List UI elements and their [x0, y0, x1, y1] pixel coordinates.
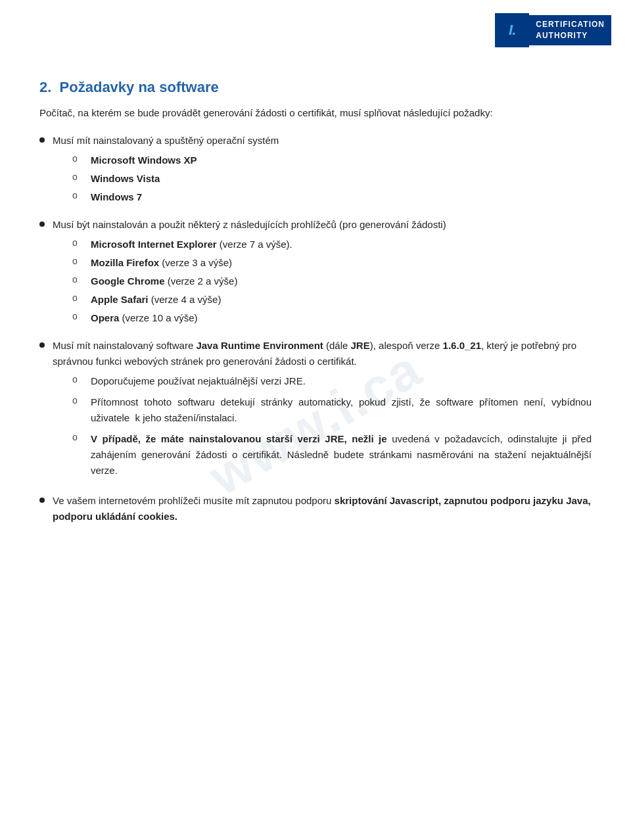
os-item-vista: o Windows Vista [53, 171, 592, 187]
jre-detect-text: Přítomnost tohoto softwaru detekují strá… [91, 394, 592, 426]
bullet-dot [39, 342, 45, 348]
os-7-text: Windows 7 [91, 189, 142, 205]
section-title: 2. Požadavky na software [39, 79, 592, 96]
bullet-dot [39, 137, 45, 143]
sub-label: o [72, 189, 84, 200]
browser-chrome: o Google Chrome (verze 2 a výše) [53, 273, 592, 289]
jre-sub-detect: o Přítomnost tohoto softwaru detekují st… [53, 394, 592, 426]
sub-label: o [72, 373, 84, 385]
intro-paragraph: Počítač, na kterém se bude provádět gene… [39, 105, 592, 121]
bullet-content-browsers: Musí být nainstalován a použit některý z… [53, 217, 592, 329]
logo-text: CERTIFICATION AUTHORITY [529, 15, 611, 45]
bullet-content-jre: Musí mít nainstalovaný software Java Run… [53, 338, 592, 484]
os-vista-text: Windows Vista [91, 171, 160, 187]
jre-sublist: o Doporučujeme používat nejaktuálnější v… [53, 373, 592, 478]
sub-label: o [72, 273, 84, 285]
browser-firefox: o Mozilla Firefox (verze 3 a výše) [53, 255, 592, 271]
browser-opera: o Opera (verze 10 a výše) [53, 310, 592, 326]
bullet-content-os: Musí mít nainstalovaný a spuštěný operač… [53, 133, 592, 208]
bullet-text-os: Musí mít nainstalovaný a spuštěný operač… [53, 135, 279, 146]
bottom-bullet-text: Ve vašem internetovém prohlížeči musíte … [53, 495, 591, 522]
browser-ie: o Microsoft Internet Explorer (verze 7 a… [53, 237, 592, 252]
os-list: o Microsoft Windows XP o Windows Vista o… [53, 152, 592, 205]
os-item-xp: o Microsoft Windows XP [53, 152, 592, 168]
bullet-text-browsers: Musí být nainstalován a použit některý z… [53, 219, 446, 230]
os-item-7: o Windows 7 [53, 189, 592, 205]
section-heading: Požadavky na software [60, 79, 219, 95]
bullet-dot [39, 222, 45, 227]
jre-recommend-text: Doporučujeme používat nejaktuálnější ver… [91, 373, 306, 389]
browser-firefox-text: Mozilla Firefox (verze 3 a výše) [91, 255, 232, 271]
logo-icon: I. [495, 13, 529, 47]
bullet-item-browsers: Musí být nainstalován a použit některý z… [39, 217, 592, 329]
jre-sub-recommend: o Doporučujeme používat nejaktuálnější v… [53, 373, 592, 389]
browser-opera-text: Opera (verze 10 a výše) [91, 310, 198, 326]
os-xp-text: Microsoft Windows XP [91, 152, 197, 168]
browser-list: o Microsoft Internet Explorer (verze 7 a… [53, 237, 592, 326]
section-number: 2. [39, 79, 51, 95]
sub-label: o [72, 237, 84, 248]
page: I. CERTIFICATION AUTHORITY www.i.ca 2. P… [0, 0, 631, 840]
bullet-item-browser-settings: Ve vašem internetovém prohlížeči musíte … [39, 493, 592, 525]
sub-label: o [72, 394, 84, 406]
browser-ie-text: Microsoft Internet Explorer (verze 7 a v… [91, 237, 292, 252]
sub-label: o [72, 152, 84, 164]
logo-line2: AUTHORITY [536, 30, 605, 41]
jre-sub-older: o V případě, že máte nainstalovanou star… [53, 431, 592, 478]
requirements-list: Musí mít nainstalovaný a spuštěný operač… [39, 133, 592, 525]
bullet-dot [39, 498, 45, 503]
sub-label: o [72, 431, 84, 442]
jre-older-text: V případě, že máte nainstalovanou starší… [91, 431, 592, 478]
bullet-text-jre: Musí mít nainstalovaný software Java Run… [53, 340, 576, 367]
sub-label: o [72, 310, 84, 321]
sub-label: o [72, 255, 84, 266]
sub-label: o [72, 171, 84, 182]
browser-safari-text: Apple Safari (verze 4 a výše) [91, 292, 221, 308]
sub-label: o [72, 292, 84, 303]
content: 2. Požadavky na software Počítač, na kte… [39, 79, 592, 525]
logo-line1: CERTIFICATION [536, 19, 605, 30]
bullet-content-browser-settings: Ve vašem internetovém prohlížeči musíte … [53, 493, 592, 525]
browser-safari: o Apple Safari (verze 4 a výše) [53, 292, 592, 308]
bullet-item-os: Musí mít nainstalovaný a spuštěný operač… [39, 133, 592, 208]
browser-chrome-text: Google Chrome (verze 2 a výše) [91, 273, 237, 289]
bullet-item-jre: Musí mít nainstalovaný software Java Run… [39, 338, 592, 484]
logo: I. CERTIFICATION AUTHORITY [495, 13, 611, 47]
